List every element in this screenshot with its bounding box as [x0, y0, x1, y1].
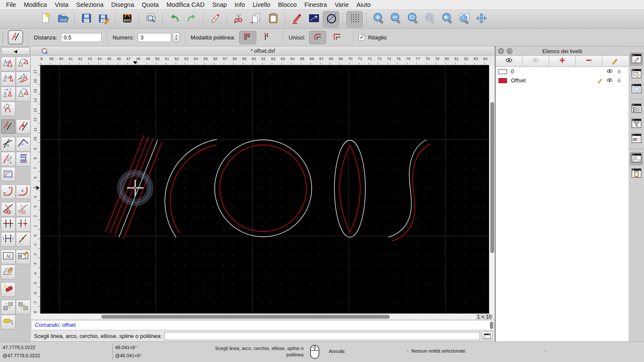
rotate-two-tool-button[interactable] — [16, 87, 30, 101]
menu-vista[interactable]: Vista — [55, 1, 68, 8]
stretch-tool-button[interactable] — [1, 232, 15, 247]
fillet-radius-tool-button[interactable] — [16, 184, 30, 199]
offset-tool-button[interactable] — [1, 119, 15, 134]
mirror-angle-tool-button[interactable] — [16, 72, 30, 86]
move-rotate-tool-button[interactable] — [1, 87, 15, 101]
grid-toggle-button[interactable] — [346, 11, 363, 27]
block-insert-tool-button[interactable] — [1, 300, 15, 314]
command-line-pane-button[interactable] — [630, 152, 643, 165]
trim-both-tool-button[interactable] — [16, 202, 30, 217]
delete-segment-tool-button[interactable]: x — [1, 152, 15, 166]
history-scrollbar-thumb[interactable] — [490, 322, 493, 329]
shrink-tool-button[interactable] — [1, 167, 15, 181]
menu-livello[interactable]: Livello — [252, 1, 270, 8]
menu-modifica-cad[interactable]: Modifica CAD — [167, 1, 205, 8]
horizontal-scrollbar[interactable]: 1 < 10 — [31, 314, 495, 320]
break-point-tool-button[interactable] — [16, 232, 30, 247]
polyline-clip-tool-button[interactable] — [16, 152, 30, 166]
command-input[interactable] — [164, 332, 480, 340]
block-edit-tool-button[interactable] — [16, 300, 30, 314]
clipboard-pane-button[interactable] — [630, 167, 643, 180]
trim-extend-tool-button[interactable] — [1, 137, 15, 151]
menu-varie[interactable]: Varie — [334, 1, 349, 8]
trim-checkbox[interactable] — [358, 34, 365, 41]
selection-filter-pane-button[interactable] — [630, 118, 643, 130]
remove-layer-button[interactable] — [576, 56, 602, 66]
edit-layer-button[interactable] — [602, 56, 629, 66]
menu-info[interactable]: Info — [234, 1, 245, 8]
command-options-button[interactable] — [482, 332, 493, 340]
menu-aiuto[interactable]: Aiuto — [356, 1, 371, 8]
show-all-button[interactable] — [496, 56, 522, 66]
open-file-button[interactable] — [55, 11, 71, 27]
scrollbar-thumb[interactable] — [101, 315, 390, 319]
project-tool-button[interactable] — [1, 102, 15, 116]
menu-snap[interactable]: Snap — [212, 1, 227, 8]
rotate-tool-button[interactable] — [16, 57, 30, 71]
zoom-previous-button[interactable] — [439, 11, 455, 27]
add-layer-button[interactable] — [549, 56, 576, 66]
layer-row-0[interactable]: 0 — [496, 67, 629, 76]
new-file-button[interactable] — [37, 11, 54, 27]
redo-button[interactable] — [183, 11, 200, 27]
property-editor-pane-button[interactable] — [630, 103, 643, 115]
palette-back-button[interactable]: ◀ — [1, 47, 30, 55]
menu-blocco[interactable]: Blocco — [278, 1, 297, 8]
cut-button[interactable]: + — [231, 11, 247, 27]
paint-tool-button[interactable] — [1, 315, 15, 329]
fillet-tool-button[interactable] — [1, 184, 15, 199]
ellipse-tools-button[interactable] — [323, 11, 339, 27]
layer-lock-icon[interactable] — [616, 77, 623, 84]
hatch-edit-tool-button[interactable] — [1, 265, 15, 279]
draw-pen-button[interactable] — [289, 11, 305, 27]
undo-button[interactable] — [166, 11, 182, 27]
divide-dashed-tool-button[interactable] — [16, 217, 30, 232]
layer-row-offset[interactable]: Offset — [496, 76, 629, 85]
explode-tool-button[interactable] — [1, 282, 15, 297]
vertical-scrollbar[interactable] — [489, 65, 495, 314]
hide-all-button[interactable] — [522, 56, 549, 66]
zoom-window-button[interactable] — [456, 11, 472, 27]
layer-visible-eye-icon[interactable] — [606, 68, 613, 75]
dimension-edit-tool-button[interactable]: .1 — [16, 250, 30, 264]
divide-tool-button[interactable] — [1, 217, 15, 232]
projection-pane-button[interactable] — [630, 133, 643, 145]
number-stepper[interactable]: ▲▼ — [173, 33, 180, 42]
copy-button[interactable]: + — [248, 11, 264, 27]
menu-disegna[interactable]: Disegna — [111, 1, 134, 8]
join-mode-join-round-button[interactable] — [309, 31, 326, 44]
menu-modifica[interactable]: Modifica — [24, 1, 47, 8]
paste-button[interactable] — [265, 11, 281, 27]
menu-quota[interactable]: Quota — [142, 1, 159, 8]
correction-pen-button[interactable] — [207, 11, 223, 27]
layer-lock-icon[interactable] — [616, 68, 623, 75]
polyline-arrows-tool-button[interactable] — [16, 137, 30, 151]
number-input[interactable] — [138, 33, 171, 42]
move-tool-button[interactable] — [1, 57, 15, 71]
zoom-auto-button[interactable] — [404, 11, 421, 27]
polyline-mode-mode-poly-solid-button[interactable] — [239, 31, 256, 44]
menu-finestra[interactable]: Finestra — [304, 1, 327, 8]
offset-tool-button[interactable] — [8, 30, 23, 45]
drawing-canvas[interactable] — [40, 65, 489, 314]
menu-file[interactable]: File — [6, 1, 16, 8]
distance-input[interactable] — [61, 33, 102, 42]
menu-seleziona[interactable]: Seleziona — [76, 1, 103, 8]
polyline-mode-mode-poly-dashed-button[interactable] — [258, 31, 276, 44]
pan-button[interactable] — [473, 11, 489, 27]
text-edit-tool-button[interactable]: Al — [1, 250, 15, 264]
measure-button[interactable] — [306, 11, 322, 27]
offset-point-tool-button[interactable] — [16, 119, 30, 134]
print-preview-button[interactable] — [143, 11, 159, 27]
zoom-in-button[interactable] — [370, 11, 386, 27]
svg-export-button[interactable]: SVG — [119, 11, 135, 27]
scrollbar-thumb[interactable] — [490, 102, 494, 253]
mirror-tool-button[interactable] — [1, 72, 15, 86]
library-browser-pane-button[interactable] — [630, 83, 643, 96]
save-as-button[interactable] — [95, 11, 112, 27]
join-mode-join-corner-button[interactable] — [328, 31, 346, 44]
block-list-pane-button[interactable] — [630, 68, 643, 81]
layer-list-pane-button[interactable] — [630, 53, 643, 66]
zoom-out-button[interactable] — [387, 11, 404, 27]
layer-visible-eye-icon[interactable] — [606, 77, 613, 84]
